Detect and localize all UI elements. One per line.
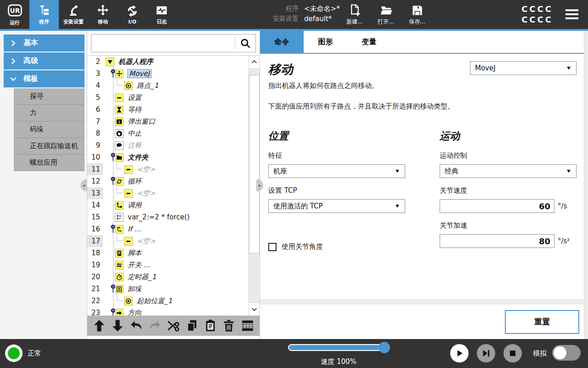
tree-row-number: 16	[87, 223, 103, 235]
joint-accel-input[interactable]: 80	[440, 234, 554, 248]
tree-row-5[interactable]: 5设置	[87, 92, 249, 104]
save-file-button[interactable]: 保存...	[403, 3, 431, 26]
nav-tab-io[interactable]: I/O	[118, 0, 147, 29]
stop-button[interactable]	[503, 344, 522, 362]
tree-node-icon-box	[124, 237, 133, 246]
robot-status-light[interactable]	[5, 345, 23, 362]
joint-speed-input[interactable]: 60	[440, 199, 554, 213]
move-type-dropdown[interactable]: MoveJ	[470, 61, 577, 75]
sidebar-item-seek[interactable]: 探寻	[14, 88, 85, 105]
feature-dropdown[interactable]: 机座	[268, 164, 405, 178]
sidebar-section-advanced[interactable]: 高级	[4, 52, 85, 69]
simulation-toggle[interactable]	[552, 345, 581, 361]
tree-row-number: 21	[87, 283, 103, 295]
tree-row-8[interactable]: 8中止	[87, 127, 249, 139]
new-file-button[interactable]: 新建...	[341, 3, 368, 26]
speed-slider-thumb[interactable]	[379, 342, 390, 353]
sidebar-item-conveyor-tracking[interactable]: 正在跟踪输送机	[14, 138, 85, 155]
status-bar: 正常 速度 100% 模拟	[0, 339, 588, 368]
paste-button[interactable]	[204, 319, 217, 333]
search-input[interactable]	[91, 34, 235, 52]
nav-tab-log[interactable]: 日志	[147, 0, 176, 29]
tree-row-3[interactable]: 3MoveJ	[87, 68, 249, 80]
tree-row-10[interactable]: 10文件夹	[87, 151, 249, 163]
tree-node-icon-box	[106, 58, 114, 66]
copy-button[interactable]	[185, 319, 199, 333]
step-button[interactable]	[477, 344, 495, 362]
scroll-down-button[interactable]	[249, 303, 260, 316]
tree-node-icon-box	[115, 129, 124, 138]
search-button[interactable]	[235, 34, 255, 52]
joint-angles-checkbox-row[interactable]: 使用关节角度	[268, 242, 405, 251]
installation-name: default*	[304, 15, 332, 23]
tree-row-19[interactable]: 19开关 ...	[87, 259, 249, 271]
nav-tab-move[interactable]: 移动	[88, 0, 118, 29]
tree-row-4[interactable]: 4路点_1	[87, 80, 249, 92]
motion-control-value: 经典	[445, 167, 458, 176]
tree-row-23[interactable]: 23方向	[87, 307, 249, 316]
tab-command[interactable]: 命令	[260, 31, 304, 53]
tab-variables[interactable]: 变量	[347, 31, 391, 53]
command-body: 移动 MoveJ 指出机器人将如何在路点之间移动。 下面的值应用到所有子路点，并…	[260, 55, 584, 299]
tree-row-21[interactable]: 21卸垛	[87, 283, 249, 295]
tree-node-label: var_2:=2 * force()	[128, 213, 190, 221]
scrollbar-thumb[interactable]	[249, 75, 260, 253]
tree-row-7[interactable]: 7弹出窗口	[87, 115, 249, 127]
tree-tick-connector	[113, 97, 115, 98]
tree-row-13[interactable]: 13<空>	[87, 187, 249, 199]
sidebar-item-force[interactable]: 力	[14, 105, 85, 121]
joint-accel-label: 关节加速	[440, 221, 577, 230]
dash-node-icon	[125, 238, 132, 245]
scroll-up-button[interactable]	[249, 56, 260, 69]
tree-row-11[interactable]: 11<空>	[87, 163, 249, 175]
redo-button[interactable]	[148, 319, 162, 333]
tree-row-14[interactable]: 14调用	[87, 199, 249, 211]
tree-row-9[interactable]: 9注释	[87, 139, 249, 151]
tcp-dropdown[interactable]: 使用激活的 TCP	[268, 199, 405, 213]
tab-graphics[interactable]: 图形	[304, 31, 347, 53]
nav-tab-program[interactable]: 程序	[29, 0, 59, 29]
redo-icon	[148, 319, 162, 333]
tree-row-15[interactable]: 15var_2:=2 * force()	[87, 211, 249, 223]
tree-node-icon-box	[115, 261, 124, 270]
status-green-dot	[8, 347, 20, 359]
suppress-button[interactable]	[241, 319, 254, 333]
cut-button[interactable]	[166, 319, 180, 333]
tree-row-12[interactable]: 12循环	[87, 175, 249, 187]
tree-row-16[interactable]: 16If ...	[87, 223, 249, 235]
accent-divider	[0, 29, 588, 31]
tree-row-2[interactable]: 2机器人程序	[87, 56, 249, 68]
move-node-icon	[116, 70, 123, 77]
tree-elbow-connector	[117, 163, 123, 169]
move-down-button[interactable]	[111, 319, 124, 333]
joint-angles-checkbox[interactable]	[268, 243, 277, 251]
tree-row-22[interactable]: 22起始位置_1	[87, 295, 249, 307]
speed-slider[interactable]	[288, 344, 389, 351]
tree-row-6[interactable]: 6等待	[87, 104, 249, 115]
menu-button[interactable]	[563, 6, 581, 22]
play-button[interactable]	[450, 344, 469, 362]
motion-control-dropdown[interactable]: 经典	[440, 164, 577, 178]
delete-button[interactable]	[222, 319, 236, 333]
undo-button[interactable]	[130, 319, 143, 333]
reset-button[interactable]: 重置	[505, 310, 579, 334]
sidebar-item-screwdriving[interactable]: 螺丝应用	[14, 155, 85, 171]
file-action-label: 打开...	[378, 18, 394, 26]
sidebar-item-palletizing[interactable]: 码垛	[14, 121, 85, 138]
tree-tick-connector	[113, 145, 115, 145]
tree-row-17[interactable]: 17<空>	[87, 235, 249, 247]
tree-row-20[interactable]: 20定时器_1	[87, 271, 249, 283]
wait-node-icon	[116, 106, 123, 113]
tree-row-18[interactable]: 18脚本	[87, 247, 249, 259]
move-up-button[interactable]	[92, 319, 106, 333]
brand-line2: CCCC	[521, 14, 553, 25]
tree-elbow-connector	[117, 294, 123, 301]
open-file-button[interactable]: 打开...	[372, 3, 400, 26]
tree-tick-connector	[113, 205, 115, 205]
tree-row-number: 14	[87, 199, 103, 211]
sidebar-section-basic[interactable]: 基本	[4, 34, 85, 52]
nav-tab-installation[interactable]: 安装设置	[59, 0, 88, 29]
sidebar-section-label: 模板	[23, 74, 38, 84]
nav-tab-run[interactable]: 运行	[0, 0, 29, 29]
sidebar-section-templates[interactable]: 模板	[4, 70, 85, 87]
